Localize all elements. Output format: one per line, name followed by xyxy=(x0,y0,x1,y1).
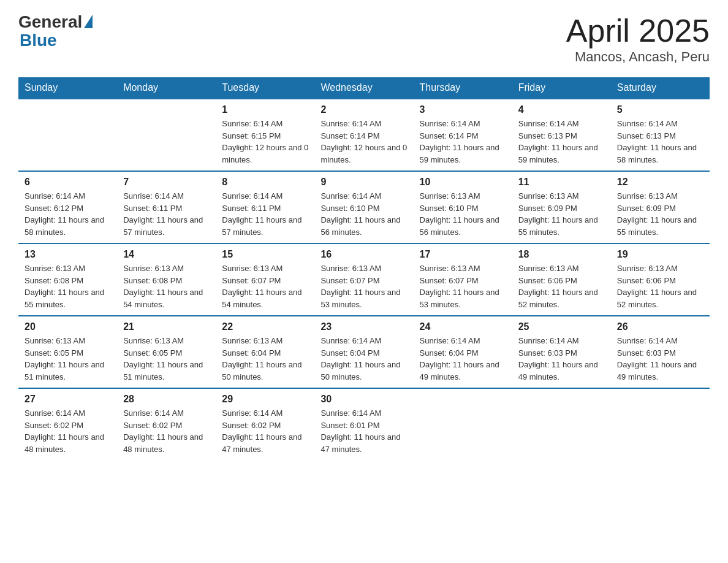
day-info: Sunrise: 6:14 AMSunset: 6:14 PMDaylight:… xyxy=(320,118,407,166)
day-info: Sunrise: 6:14 AMSunset: 6:03 PMDaylight:… xyxy=(617,335,703,383)
day-number: 1 xyxy=(222,104,308,115)
calendar-cell: 8Sunrise: 6:14 AMSunset: 6:11 PMDaylight… xyxy=(216,171,314,243)
logo-triangle-icon xyxy=(84,15,93,28)
weekday-header-sunday: Sunday xyxy=(18,77,117,99)
day-number: 8 xyxy=(222,177,308,188)
calendar-cell: 12Sunrise: 6:13 AMSunset: 6:09 PMDayligh… xyxy=(611,171,710,243)
calendar-cell: 14Sunrise: 6:13 AMSunset: 6:08 PMDayligh… xyxy=(117,243,216,316)
logo: General Blue xyxy=(18,12,93,50)
week-row-4: 20Sunrise: 6:13 AMSunset: 6:05 PMDayligh… xyxy=(18,316,710,388)
day-number: 2 xyxy=(320,104,407,115)
day-number: 12 xyxy=(617,177,703,188)
day-number: 29 xyxy=(222,394,308,405)
weekday-header-wednesday: Wednesday xyxy=(314,77,413,99)
calendar-cell xyxy=(414,388,512,460)
calendar-cell: 11Sunrise: 6:13 AMSunset: 6:09 PMDayligh… xyxy=(512,171,611,243)
calendar-cell: 10Sunrise: 6:13 AMSunset: 6:10 PMDayligh… xyxy=(414,171,512,243)
day-number: 26 xyxy=(617,321,703,332)
week-row-2: 6Sunrise: 6:14 AMSunset: 6:12 PMDaylight… xyxy=(18,171,710,243)
weekday-header-tuesday: Tuesday xyxy=(216,77,314,99)
day-info: Sunrise: 6:13 AMSunset: 6:07 PMDaylight:… xyxy=(320,262,407,310)
calendar-cell xyxy=(611,388,710,460)
day-number: 17 xyxy=(420,249,506,260)
day-number: 18 xyxy=(518,249,605,260)
day-info: Sunrise: 6:13 AMSunset: 6:09 PMDaylight:… xyxy=(617,190,703,238)
day-info: Sunrise: 6:14 AMSunset: 6:02 PMDaylight:… xyxy=(222,407,308,455)
week-row-5: 27Sunrise: 6:14 AMSunset: 6:02 PMDayligh… xyxy=(18,388,710,460)
day-info: Sunrise: 6:14 AMSunset: 6:04 PMDaylight:… xyxy=(420,335,506,383)
calendar-cell: 24Sunrise: 6:14 AMSunset: 6:04 PMDayligh… xyxy=(414,316,512,388)
day-number: 6 xyxy=(25,177,111,188)
calendar-cell: 26Sunrise: 6:14 AMSunset: 6:03 PMDayligh… xyxy=(611,316,710,388)
day-info: Sunrise: 6:14 AMSunset: 6:02 PMDaylight:… xyxy=(123,407,210,455)
day-info: Sunrise: 6:14 AMSunset: 6:15 PMDaylight:… xyxy=(222,118,308,166)
calendar-cell: 20Sunrise: 6:13 AMSunset: 6:05 PMDayligh… xyxy=(18,316,117,388)
day-info: Sunrise: 6:13 AMSunset: 6:07 PMDaylight:… xyxy=(222,262,308,310)
day-number: 23 xyxy=(320,321,407,332)
calendar-title: April 2025 xyxy=(566,12,710,49)
day-info: Sunrise: 6:13 AMSunset: 6:05 PMDaylight:… xyxy=(25,335,111,383)
day-info: Sunrise: 6:14 AMSunset: 6:04 PMDaylight:… xyxy=(320,335,407,383)
day-info: Sunrise: 6:13 AMSunset: 6:06 PMDaylight:… xyxy=(518,262,605,310)
calendar-cell: 16Sunrise: 6:13 AMSunset: 6:07 PMDayligh… xyxy=(314,243,413,316)
calendar-cell: 7Sunrise: 6:14 AMSunset: 6:11 PMDaylight… xyxy=(117,171,216,243)
day-number: 10 xyxy=(420,177,506,188)
calendar-cell: 28Sunrise: 6:14 AMSunset: 6:02 PMDayligh… xyxy=(117,388,216,460)
day-number: 3 xyxy=(420,104,506,115)
day-number: 27 xyxy=(25,394,111,405)
weekday-header-monday: Monday xyxy=(117,77,216,99)
week-row-1: 1Sunrise: 6:14 AMSunset: 6:15 PMDaylight… xyxy=(18,99,710,171)
weekday-header-friday: Friday xyxy=(512,77,611,99)
day-info: Sunrise: 6:14 AMSunset: 6:03 PMDaylight:… xyxy=(518,335,605,383)
day-info: Sunrise: 6:13 AMSunset: 6:08 PMDaylight:… xyxy=(123,262,210,310)
day-info: Sunrise: 6:14 AMSunset: 6:11 PMDaylight:… xyxy=(123,190,210,238)
logo-blue-text: Blue xyxy=(18,31,57,50)
weekday-header-saturday: Saturday xyxy=(611,77,710,99)
calendar-cell: 13Sunrise: 6:13 AMSunset: 6:08 PMDayligh… xyxy=(18,243,117,316)
day-number: 5 xyxy=(617,104,703,115)
calendar-cell: 29Sunrise: 6:14 AMSunset: 6:02 PMDayligh… xyxy=(216,388,314,460)
day-info: Sunrise: 6:13 AMSunset: 6:06 PMDaylight:… xyxy=(617,262,703,310)
day-info: Sunrise: 6:13 AMSunset: 6:04 PMDaylight:… xyxy=(222,335,308,383)
calendar-cell: 3Sunrise: 6:14 AMSunset: 6:14 PMDaylight… xyxy=(414,99,512,171)
logo-general-text: General xyxy=(18,12,82,32)
day-number: 14 xyxy=(123,249,210,260)
day-info: Sunrise: 6:13 AMSunset: 6:07 PMDaylight:… xyxy=(420,262,506,310)
day-number: 21 xyxy=(123,321,210,332)
day-info: Sunrise: 6:14 AMSunset: 6:12 PMDaylight:… xyxy=(25,190,111,238)
calendar-table: SundayMondayTuesdayWednesdayThursdayFrid… xyxy=(18,77,710,460)
day-number: 11 xyxy=(518,177,605,188)
day-info: Sunrise: 6:13 AMSunset: 6:10 PMDaylight:… xyxy=(420,190,506,238)
day-info: Sunrise: 6:13 AMSunset: 6:09 PMDaylight:… xyxy=(518,190,605,238)
day-info: Sunrise: 6:14 AMSunset: 6:01 PMDaylight:… xyxy=(320,407,407,455)
day-number: 24 xyxy=(420,321,506,332)
calendar-cell xyxy=(512,388,611,460)
calendar-cell: 9Sunrise: 6:14 AMSunset: 6:10 PMDaylight… xyxy=(314,171,413,243)
day-number: 16 xyxy=(320,249,407,260)
calendar-cell: 27Sunrise: 6:14 AMSunset: 6:02 PMDayligh… xyxy=(18,388,117,460)
day-info: Sunrise: 6:13 AMSunset: 6:08 PMDaylight:… xyxy=(25,262,111,310)
calendar-cell: 5Sunrise: 6:14 AMSunset: 6:13 PMDaylight… xyxy=(611,99,710,171)
day-number: 25 xyxy=(518,321,605,332)
calendar-cell: 2Sunrise: 6:14 AMSunset: 6:14 PMDaylight… xyxy=(314,99,413,171)
calendar-cell: 1Sunrise: 6:14 AMSunset: 6:15 PMDaylight… xyxy=(216,99,314,171)
calendar-cell: 23Sunrise: 6:14 AMSunset: 6:04 PMDayligh… xyxy=(314,316,413,388)
calendar-cell: 25Sunrise: 6:14 AMSunset: 6:03 PMDayligh… xyxy=(512,316,611,388)
day-info: Sunrise: 6:14 AMSunset: 6:13 PMDaylight:… xyxy=(617,118,703,166)
weekday-header-thursday: Thursday xyxy=(414,77,512,99)
page-header: General Blue April 2025 Mancos, Ancash, … xyxy=(18,12,710,65)
day-info: Sunrise: 6:14 AMSunset: 6:02 PMDaylight:… xyxy=(25,407,111,455)
day-info: Sunrise: 6:14 AMSunset: 6:11 PMDaylight:… xyxy=(222,190,308,238)
calendar-cell: 4Sunrise: 6:14 AMSunset: 6:13 PMDaylight… xyxy=(512,99,611,171)
day-info: Sunrise: 6:13 AMSunset: 6:05 PMDaylight:… xyxy=(123,335,210,383)
calendar-cell: 22Sunrise: 6:13 AMSunset: 6:04 PMDayligh… xyxy=(216,316,314,388)
calendar-cell: 17Sunrise: 6:13 AMSunset: 6:07 PMDayligh… xyxy=(414,243,512,316)
calendar-cell: 18Sunrise: 6:13 AMSunset: 6:06 PMDayligh… xyxy=(512,243,611,316)
day-number: 13 xyxy=(25,249,111,260)
calendar-subtitle: Mancos, Ancash, Peru xyxy=(566,49,710,65)
week-row-3: 13Sunrise: 6:13 AMSunset: 6:08 PMDayligh… xyxy=(18,243,710,316)
day-number: 28 xyxy=(123,394,210,405)
day-info: Sunrise: 6:14 AMSunset: 6:14 PMDaylight:… xyxy=(420,118,506,166)
title-block: April 2025 Mancos, Ancash, Peru xyxy=(566,12,710,65)
day-number: 22 xyxy=(222,321,308,332)
